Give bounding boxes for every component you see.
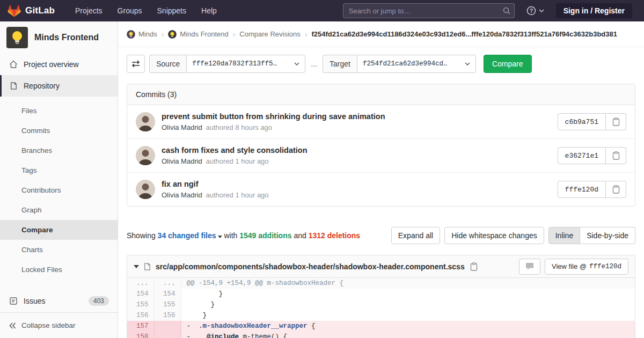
- new-line-number[interactable]: 155: [154, 299, 181, 310]
- sidebar-item-branches[interactable]: Branches: [0, 141, 118, 160]
- commit-sha-link[interactable]: fffe120d: [558, 181, 606, 198]
- clipboard-icon: [612, 185, 620, 194]
- expand-all-button[interactable]: Expand all: [391, 227, 440, 244]
- commit-author-avatar[interactable]: [136, 146, 155, 165]
- old-line-number[interactable]: 155: [127, 299, 154, 310]
- person-icon: [136, 180, 155, 199]
- diff-file-path: src/app/common/components/shadowbox-head…: [156, 262, 465, 271]
- commit-title-link[interactable]: prevent submit button from shrinking dur…: [162, 112, 558, 121]
- changed-files-dropdown[interactable]: 34 changed files: [158, 231, 222, 240]
- nav-projects[interactable]: Projects: [75, 6, 103, 15]
- additions-count: 1549 additions: [239, 231, 291, 240]
- help-menu[interactable]: ?: [526, 6, 544, 16]
- nav-groups[interactable]: Groups: [118, 6, 142, 15]
- group-avatar: [127, 30, 135, 39]
- commit-sha-group: fffe120d: [558, 181, 626, 198]
- target-label: Target: [323, 55, 357, 73]
- swap-revisions-button[interactable]: [127, 55, 145, 73]
- old-line-number[interactable]: 156: [127, 310, 154, 321]
- project-avatar[interactable]: [6, 27, 28, 48]
- double-chevron-left-icon: [9, 322, 16, 329]
- commit-sha-link[interactable]: c6b9a751: [558, 113, 606, 130]
- commit-sha-group: e36271e1: [558, 147, 626, 164]
- diff-summary-text: Showing 34 changed files with 1549 addit…: [127, 231, 385, 240]
- caret-down-icon: [218, 236, 222, 238]
- search-input[interactable]: [343, 3, 515, 18]
- person-icon: [136, 146, 155, 165]
- sign-in-button[interactable]: Sign in / Register: [556, 3, 632, 18]
- sidebar-item-project-overview[interactable]: Project overview: [0, 54, 118, 75]
- copy-sha-button[interactable]: [606, 113, 626, 130]
- sidebar-item-issues[interactable]: Issues 403: [0, 290, 118, 312]
- diff-table: ... ... @@ -154,9 +154,9 @@ m-shadowboxH…: [127, 278, 635, 338]
- side-by-side-view-button[interactable]: Side-by-side: [580, 227, 635, 244]
- diff-deleted-row: 157 - .m-shadowboxHeader__wrapper {: [127, 321, 635, 332]
- source-ref-dropdown[interactable]: fffe120da7832f313ff5…: [186, 55, 305, 73]
- commit-author-link[interactable]: Olivia Madrid: [162, 157, 202, 165]
- view-file-button[interactable]: View file @ fffe120d: [545, 259, 628, 275]
- breadcrumb-compare-revisions[interactable]: Compare Revisions: [239, 30, 300, 38]
- hunk-header-text: @@ -154,9 +154,9 @@ m-shadowboxHeader {: [181, 278, 635, 289]
- collapse-sidebar-button[interactable]: Collapse sidebar: [0, 312, 118, 338]
- clipboard-icon: [612, 117, 620, 126]
- old-line-number[interactable]: 157: [127, 321, 154, 332]
- source-label: Source: [149, 55, 186, 73]
- copy-path-button[interactable]: [469, 262, 479, 271]
- commit-meta: Olivia Madrid authored 8 hours ago: [162, 123, 558, 131]
- code-line: }: [181, 289, 635, 299]
- old-line-number[interactable]: 154: [127, 289, 154, 299]
- compare-button[interactable]: Compare: [484, 55, 532, 73]
- deletions-count: 1312 deletions: [309, 231, 361, 240]
- sidebar-item-charts[interactable]: Charts: [0, 240, 118, 260]
- copy-sha-button[interactable]: [606, 181, 626, 198]
- sidebar-item-commits[interactable]: Commits: [0, 121, 118, 141]
- breadcrumb-separator: ›: [233, 30, 236, 39]
- commit-meta: Olivia Madrid authored 1 hour ago: [162, 191, 558, 199]
- sidebar-item-compare[interactable]: Compare: [0, 220, 118, 240]
- new-line-number: ...: [154, 278, 181, 289]
- commit-author-link[interactable]: Olivia Madrid: [162, 191, 202, 199]
- target-group: Target f254fd21ca62d3e994cd…: [323, 55, 476, 73]
- sidebar-item-locked-files[interactable]: Locked Files: [0, 260, 118, 280]
- old-line-number: ...: [127, 278, 154, 289]
- commit-sha-link[interactable]: e36271e1: [558, 147, 606, 164]
- commit-title-link[interactable]: fix an ngif: [162, 180, 558, 188]
- code-line: - @include m-theme() {: [181, 332, 635, 338]
- hide-whitespace-button[interactable]: Hide whitespace changes: [444, 227, 544, 244]
- chevron-down-icon: [539, 9, 544, 12]
- toggle-comments-button[interactable]: [519, 259, 540, 275]
- code-line: - .m-shadowboxHeader__wrapper {: [181, 321, 635, 332]
- issues-count-badge: 403: [89, 296, 109, 306]
- sidebar-item-label: Project overview: [24, 60, 79, 69]
- copy-sha-button[interactable]: [606, 147, 626, 164]
- old-line-number[interactable]: 158: [127, 332, 154, 338]
- tanuki-icon: [8, 4, 21, 17]
- breadcrumb-group[interactable]: Minds: [127, 30, 157, 39]
- project-name: Minds Frontend: [34, 33, 99, 42]
- commit-author-avatar[interactable]: [136, 112, 155, 131]
- sidebar-item-contributors[interactable]: Contributors: [0, 180, 118, 200]
- nav-snippets[interactable]: Snippets: [157, 6, 186, 15]
- person-icon: [136, 112, 155, 131]
- nav-help[interactable]: Help: [201, 6, 217, 15]
- commit-title-link[interactable]: cash form fixes and style consolidation: [162, 146, 558, 155]
- commit-author-avatar[interactable]: [136, 180, 155, 199]
- sidebar-item-repository[interactable]: Repository: [0, 75, 118, 97]
- sidebar-item-files[interactable]: Files: [0, 101, 118, 121]
- sidebar-item-graph[interactable]: Graph: [0, 200, 118, 220]
- commit-author-link[interactable]: Olivia Madrid: [162, 123, 202, 131]
- new-line-number[interactable]: 156: [154, 310, 181, 321]
- inline-view-button[interactable]: Inline: [548, 227, 580, 244]
- gitlab-logo[interactable]: GitLab: [8, 4, 55, 17]
- fold-caret-icon[interactable]: [134, 265, 139, 268]
- collapse-label: Collapse sidebar: [21, 321, 76, 329]
- chevron-down-icon: [465, 62, 470, 65]
- search-box: [343, 3, 515, 18]
- commit-info: fix an ngif Olivia Madrid authored 1 hou…: [162, 180, 558, 199]
- breadcrumb-project[interactable]: Minds Frontend: [168, 30, 228, 39]
- search-icon[interactable]: [503, 7, 510, 14]
- diff-deleted-row: 158 - @include m-theme() {: [127, 332, 635, 338]
- sidebar-item-tags[interactable]: Tags: [0, 160, 118, 180]
- new-line-number[interactable]: 154: [154, 289, 181, 299]
- target-ref-dropdown[interactable]: f254fd21ca62d3e994cd…: [357, 55, 476, 73]
